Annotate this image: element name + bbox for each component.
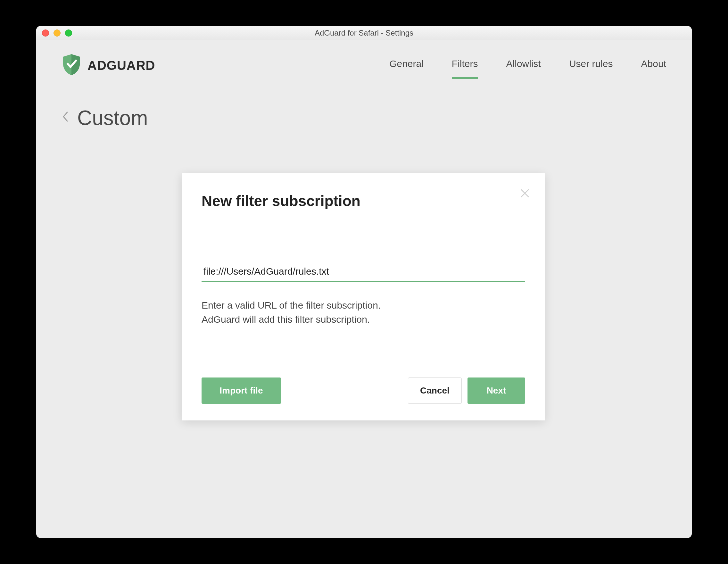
page-title-row: Custom bbox=[36, 91, 692, 130]
cancel-button[interactable]: Cancel bbox=[408, 377, 462, 404]
next-button[interactable]: Next bbox=[467, 377, 525, 404]
shield-icon bbox=[62, 54, 81, 77]
dialog-actions: Import file Cancel Next bbox=[202, 377, 525, 404]
filter-url-input[interactable] bbox=[202, 262, 525, 282]
main-nav: General Filters Allowlist User rules Abo… bbox=[389, 58, 666, 72]
dialog-help-text: Enter a valid URL of the filter subscrip… bbox=[202, 298, 525, 326]
page-title: Custom bbox=[77, 106, 148, 130]
nav-filters[interactable]: Filters bbox=[452, 58, 478, 72]
close-icon[interactable] bbox=[520, 188, 530, 199]
nav-user-rules[interactable]: User rules bbox=[569, 58, 613, 72]
brand: ADGUARD bbox=[62, 54, 155, 77]
nav-allowlist[interactable]: Allowlist bbox=[506, 58, 541, 72]
import-file-button[interactable]: Import file bbox=[202, 377, 281, 404]
nav-about[interactable]: About bbox=[641, 58, 666, 72]
help-line-2: AdGuard will add this filter subscriptio… bbox=[202, 312, 525, 327]
nav-general[interactable]: General bbox=[389, 58, 424, 72]
help-line-1: Enter a valid URL of the filter subscrip… bbox=[202, 298, 525, 312]
chevron-left-icon[interactable] bbox=[62, 111, 69, 125]
app-header: ADGUARD General Filters Allowlist User r… bbox=[36, 40, 692, 91]
dialog-title: New filter subscription bbox=[202, 192, 525, 210]
new-filter-dialog: New filter subscription Enter a valid UR… bbox=[182, 173, 545, 420]
brand-name: ADGUARD bbox=[87, 58, 155, 73]
content-area: ADGUARD General Filters Allowlist User r… bbox=[36, 40, 692, 538]
window-title: AdGuard for Safari - Settings bbox=[36, 29, 692, 37]
app-window: AdGuard for Safari - Settings ADGUARD Ge… bbox=[36, 26, 692, 538]
titlebar: AdGuard for Safari - Settings bbox=[36, 26, 692, 40]
